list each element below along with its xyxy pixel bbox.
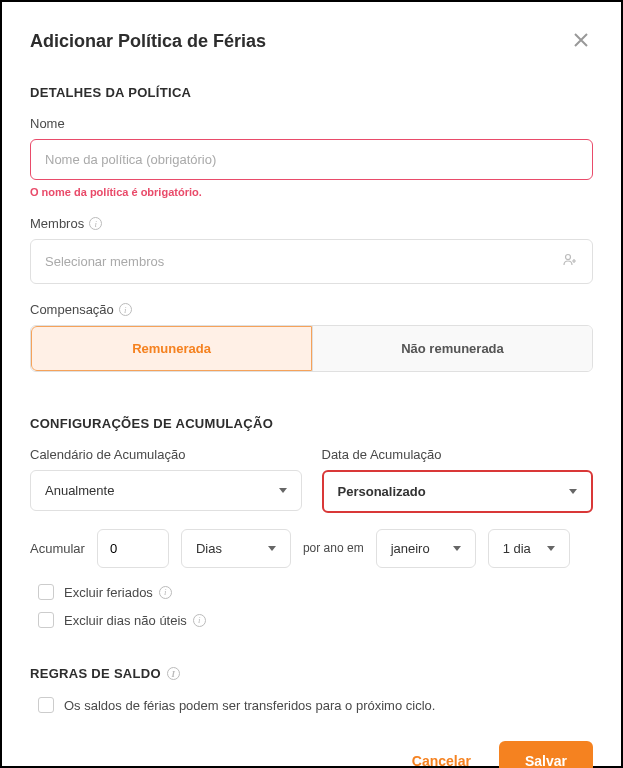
exclude-holidays-label: Excluir feriados i [64,585,172,600]
name-error: O nome da política é obrigatório. [30,186,593,198]
chevron-down-icon [268,546,276,551]
accrual-date-dropdown[interactable]: Personalizado [322,470,594,513]
accumulate-row: Acumular Dias por ano em janeiro 1 dia [30,529,593,568]
accrual-calendar-dropdown[interactable]: Anualmente [30,470,302,511]
add-user-icon [562,252,578,271]
accumulate-input[interactable] [97,529,169,568]
members-label: Membros i [30,216,593,231]
accumulate-label: Acumular [30,541,85,556]
compensation-label: Compensação i [30,302,593,317]
section-accrual-settings: CONFIGURAÇÕES DE ACUMULAÇÃO [30,416,593,431]
info-icon: i [167,667,180,680]
section-balance-rules: REGRAS DE SALDO i [30,666,593,681]
info-icon: i [119,303,132,316]
compensation-toggle: Remunerada Não remunerada [30,325,593,372]
info-icon: i [193,614,206,627]
field-compensation: Compensação i Remunerada Não remunerada [30,302,593,372]
accrual-row: Calendário de Acumulação Anualmente Data… [30,447,593,513]
members-placeholder: Selecionar membros [45,254,164,269]
modal-title: Adicionar Política de Férias [30,31,266,52]
chevron-down-icon [453,546,461,551]
chevron-down-icon [547,546,555,551]
chevron-down-icon [279,488,287,493]
unit-dropdown[interactable]: Dias [181,529,291,568]
modal-header: Adicionar Política de Férias [30,26,593,57]
name-input[interactable] [30,139,593,180]
modal-footer: Cancelar Salvar [30,725,593,768]
accrual-calendar-col: Calendário de Acumulação Anualmente [30,447,302,513]
day-dropdown[interactable]: 1 dia [488,529,570,568]
field-members: Membros i Selecionar membros [30,216,593,284]
info-icon: i [89,217,102,230]
exclude-nonwork-label: Excluir dias não úteis i [64,613,206,628]
modal-container: Adicionar Política de Férias DETALHES DA… [0,0,623,768]
carry-over-label: Os saldos de férias podem ser transferid… [64,698,435,713]
chevron-down-icon [569,489,577,494]
field-name: Nome O nome da política é obrigatório. [30,116,593,198]
toggle-unpaid[interactable]: Não remunerada [312,326,592,371]
svg-point-0 [566,255,571,260]
exclude-nonwork-row: Excluir dias não úteis i [30,612,593,628]
month-dropdown[interactable]: janeiro [376,529,476,568]
per-year-label: por ano em [303,541,364,557]
members-select[interactable]: Selecionar membros [30,239,593,284]
save-button[interactable]: Salvar [499,741,593,768]
close-icon [573,32,589,48]
exclude-nonwork-checkbox[interactable] [38,612,54,628]
info-icon: i [159,586,172,599]
exclude-holidays-checkbox[interactable] [38,584,54,600]
close-button[interactable] [569,26,593,57]
accrual-date-label: Data de Acumulação [322,447,594,462]
carry-over-row: Os saldos de férias podem ser transferid… [30,697,593,713]
accrual-date-col: Data de Acumulação Personalizado [322,447,594,513]
carry-over-checkbox[interactable] [38,697,54,713]
name-label: Nome [30,116,593,131]
toggle-paid[interactable]: Remunerada [31,326,312,371]
cancel-button[interactable]: Cancelar [392,741,491,768]
exclude-holidays-row: Excluir feriados i [30,584,593,600]
accrual-calendar-label: Calendário de Acumulação [30,447,302,462]
section-policy-details: DETALHES DA POLÍTICA [30,85,593,100]
